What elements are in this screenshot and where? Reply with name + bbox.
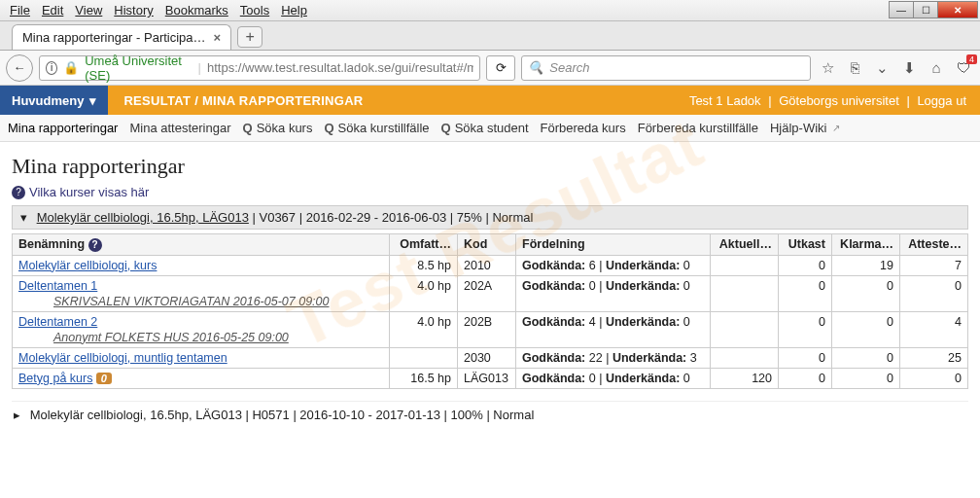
col-kod[interactable]: Kod xyxy=(458,234,516,256)
row-subline[interactable]: SKRIVSALEN VIKTORIAGATAN 2016-05-07 09:0… xyxy=(18,295,383,308)
main-menu-label: Huvudmeny xyxy=(12,93,84,108)
cell-aktuell xyxy=(711,347,779,368)
help-text: Vilka kurser visas här xyxy=(29,185,149,199)
col-aktuell[interactable]: Aktuell… xyxy=(711,234,779,256)
col-omfattning[interactable]: Omfatt… xyxy=(390,234,458,256)
pocket-icon[interactable]: ⌄ xyxy=(871,57,892,79)
main-menu-button[interactable]: Huvudmeny ▾ xyxy=(0,86,108,115)
row-link[interactable]: Betyg på kurs xyxy=(18,372,92,385)
bookmark-star-icon[interactable]: ☆ xyxy=(817,57,838,79)
cell-benamning: Deltentamen 2Anonymt FOLKETS HUS 2016-05… xyxy=(13,311,390,347)
url-text: https://www.test.resultat.ladok.se/gui/r… xyxy=(207,60,473,75)
addon-icon[interactable]: 🛡4 xyxy=(953,57,974,79)
table-row: Deltentamen 2Anonymt FOLKETS HUS 2016-05… xyxy=(13,311,968,347)
close-button[interactable]: ✕ xyxy=(937,1,978,18)
menu-history[interactable]: History xyxy=(108,1,158,19)
search-icon: Q xyxy=(243,121,253,135)
cell-klarma: 0 xyxy=(832,275,900,311)
course-accordion-open[interactable]: Molekylär cellbiologi, 16.5hp, LÄG013 | … xyxy=(12,205,968,230)
col-label: Benämning xyxy=(18,237,85,251)
cell-utkast: 0 xyxy=(779,255,832,275)
course-title: Molekylär cellbiologi, 16.5hp, LÄG013 xyxy=(37,210,249,225)
col-klarma[interactable]: Klarma… xyxy=(832,234,900,256)
site-identity: Umeå Universitet (SE) xyxy=(85,53,192,83)
lock-icon: 🔒 xyxy=(63,60,79,75)
cell-kod: 2010 xyxy=(458,255,516,275)
new-tab-button[interactable]: + xyxy=(237,26,262,48)
col-atteste[interactable]: Atteste… xyxy=(900,234,968,256)
back-button[interactable]: ← xyxy=(6,54,33,82)
menu-view[interactable]: View xyxy=(69,1,108,19)
nav-mina-rapporteringar[interactable]: Mina rapporteringar xyxy=(8,119,118,137)
help-link[interactable]: ? Vilka kurser visas här xyxy=(12,185,968,199)
address-box[interactable]: i 🔒 Umeå Universitet (SE) | https://www.… xyxy=(39,55,480,81)
table-row: Molekylär cellbiologi, muntlig tentamen2… xyxy=(13,347,968,368)
nav-label: Söka student xyxy=(455,121,529,135)
table-header-row: Benämning ? Omfatt… Kod Fördelning Aktue… xyxy=(13,234,968,256)
course-accordion-closed[interactable]: Molekylär cellbiologi, 16.5hp, LÄG013 | … xyxy=(12,401,968,428)
nav-soka-student[interactable]: Q Söka student xyxy=(441,119,529,137)
nav-hjalp-wiki[interactable]: Hjälp-Wiki xyxy=(770,119,841,137)
row-link[interactable]: Deltentamen 1 xyxy=(18,279,97,293)
browser-menubar: File Edit View History Bookmarks Tools H… xyxy=(0,0,980,21)
site-info-icon[interactable]: i xyxy=(46,61,57,75)
home-icon[interactable]: ⌂ xyxy=(926,57,947,79)
reader-icon[interactable]: ⎘ xyxy=(844,57,865,79)
menu-file[interactable]: File xyxy=(4,1,36,19)
menu-tools[interactable]: Tools xyxy=(234,1,275,19)
cell-benamning: Betyg på kurs 0 xyxy=(13,368,390,388)
menu-edit[interactable]: Edit xyxy=(36,1,69,19)
row-link[interactable]: Deltentamen 2 xyxy=(18,315,97,329)
table-row: Betyg på kurs 016.5 hpLÄG013Godkända: 0 … xyxy=(13,368,968,388)
help-icon[interactable]: ? xyxy=(88,238,102,252)
user-name[interactable]: Test 1 Ladok xyxy=(685,93,765,108)
chevron-down-icon xyxy=(20,210,33,225)
maximize-button[interactable]: ☐ xyxy=(913,1,938,18)
row-link[interactable]: Molekylär cellbiologi, kurs xyxy=(18,259,157,272)
cell-aktuell xyxy=(711,275,779,311)
col-benamning[interactable]: Benämning ? xyxy=(13,234,390,256)
logout-link[interactable]: Logga ut xyxy=(913,93,970,108)
app-header: Huvudmeny ▾ RESULTAT / MINA RAPPORTERING… xyxy=(0,86,980,115)
nav-forbereda-kurs[interactable]: Förbereda kurs xyxy=(541,119,626,137)
search-box[interactable]: 🔍 Search xyxy=(521,55,811,81)
cell-klarma: 0 xyxy=(832,311,900,347)
window-controls: — ☐ ✕ xyxy=(890,1,978,18)
cell-fordelning: Godkända: 0 | Underkända: 0 xyxy=(516,275,711,311)
cell-atteste: 25 xyxy=(900,347,968,368)
nav-soka-kurstillfalle[interactable]: Q Söka kurstillfälle xyxy=(324,119,429,137)
tab-close-icon[interactable]: × xyxy=(214,30,222,45)
search-icon: 🔍 xyxy=(528,60,543,75)
browser-tab[interactable]: Mina rapporteringar - Participa… × xyxy=(12,24,231,50)
separator: | xyxy=(198,60,201,75)
downloads-icon[interactable]: ⬇ xyxy=(898,57,920,79)
minimize-button[interactable]: — xyxy=(889,1,914,18)
menu-bookmarks[interactable]: Bookmarks xyxy=(159,1,234,19)
cell-utkast: 0 xyxy=(779,368,832,388)
tab-strip: Mina rapporteringar - Participa… × + xyxy=(0,21,980,51)
report-table: Benämning ? Omfatt… Kod Fördelning Aktue… xyxy=(12,233,968,389)
cell-utkast: 0 xyxy=(779,347,832,368)
page-title: Mina rapporteringar xyxy=(12,154,968,179)
nav-mina-attesteringar[interactable]: Mina attesteringar xyxy=(129,119,230,137)
cell-aktuell xyxy=(711,311,779,347)
row-subline[interactable]: Anonymt FOLKETS HUS 2016-05-25 09:00 xyxy=(18,331,383,344)
cell-klarma: 19 xyxy=(832,255,900,275)
cell-omfattning: 16.5 hp xyxy=(390,368,458,388)
cell-omfattning xyxy=(390,347,458,368)
menu-help[interactable]: Help xyxy=(275,1,313,19)
cell-atteste: 0 xyxy=(900,275,968,311)
table-body: Molekylär cellbiologi, kurs8.5 hp2010God… xyxy=(13,255,968,388)
cell-kod: 202B xyxy=(458,311,516,347)
search-icon: Q xyxy=(441,121,451,135)
org-name[interactable]: Göteborgs universitet xyxy=(775,93,903,108)
nav-forbereda-kurstillfalle[interactable]: Förbereda kurstillfälle xyxy=(638,119,758,137)
col-utkast[interactable]: Utkast xyxy=(779,234,832,256)
col-fordelning[interactable]: Fördelning xyxy=(516,234,711,256)
table-row: Molekylär cellbiologi, kurs8.5 hp2010God… xyxy=(13,255,968,275)
reload-button[interactable]: ⟳ xyxy=(486,55,515,81)
help-icon: ? xyxy=(12,186,25,199)
nav-soka-kurs[interactable]: Q Söka kurs xyxy=(243,119,313,137)
chevron-down-icon: ▾ xyxy=(89,93,96,108)
row-link[interactable]: Molekylär cellbiologi, muntlig tentamen xyxy=(18,351,228,365)
